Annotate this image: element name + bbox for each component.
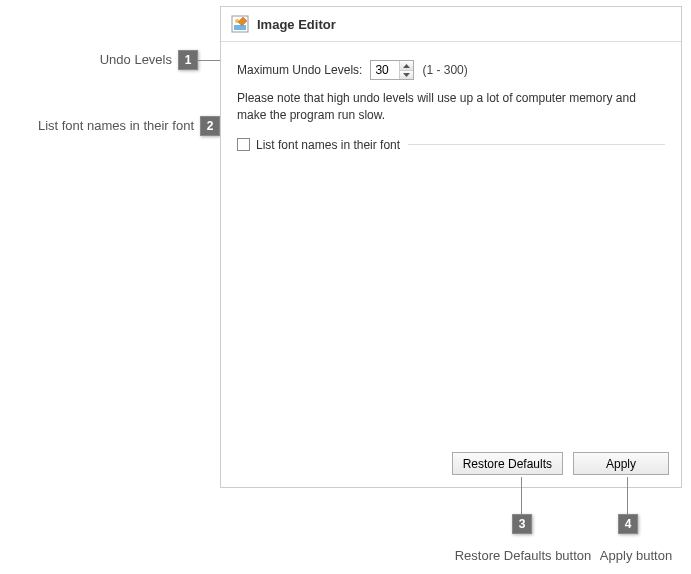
undo-levels-row: Maximum Undo Levels: (1 - 300): [237, 60, 665, 80]
undo-levels-range: (1 - 300): [422, 63, 467, 77]
callout-badge-1: 1: [178, 50, 198, 70]
callout-label-3: Restore Defaults button: [450, 548, 596, 563]
spinner-down-button[interactable]: [400, 70, 413, 79]
callout-label-2: List font names in their font: [0, 118, 194, 133]
image-editor-panel: Image Editor Maximum Undo Levels: (1 - 3…: [220, 6, 682, 488]
undo-levels-label: Maximum Undo Levels:: [237, 63, 362, 77]
callout-leader-4: [627, 477, 628, 514]
callout-badge-2: 2: [200, 116, 220, 136]
callout-label-4: Apply button: [596, 548, 676, 563]
list-font-names-label: List font names in their font: [256, 138, 400, 152]
spinner-buttons: [399, 61, 413, 79]
image-editor-icon: [231, 15, 249, 33]
apply-button[interactable]: Apply: [573, 452, 669, 475]
list-font-names-checkbox[interactable]: [237, 138, 250, 151]
callout-badge-3: 3: [512, 514, 532, 534]
undo-levels-spinner[interactable]: [370, 60, 414, 80]
callout-badge-4: 4: [618, 514, 638, 534]
panel-title: Image Editor: [257, 17, 336, 32]
list-font-names-row: List font names in their font: [237, 138, 665, 152]
callout-label-1: Undo Levels: [0, 52, 172, 67]
spinner-up-button[interactable]: [400, 61, 413, 70]
section-divider: [408, 144, 665, 145]
restore-defaults-button[interactable]: Restore Defaults: [452, 452, 563, 475]
undo-levels-note: Please note that high undo levels will u…: [237, 90, 665, 124]
callout-leader-3: [521, 477, 522, 514]
undo-levels-input[interactable]: [371, 61, 399, 79]
svg-rect-1: [234, 25, 246, 30]
panel-footer: Restore Defaults Apply: [452, 452, 669, 475]
panel-body: Maximum Undo Levels: (1 - 300) Please no…: [221, 42, 681, 152]
panel-header: Image Editor: [221, 7, 681, 42]
